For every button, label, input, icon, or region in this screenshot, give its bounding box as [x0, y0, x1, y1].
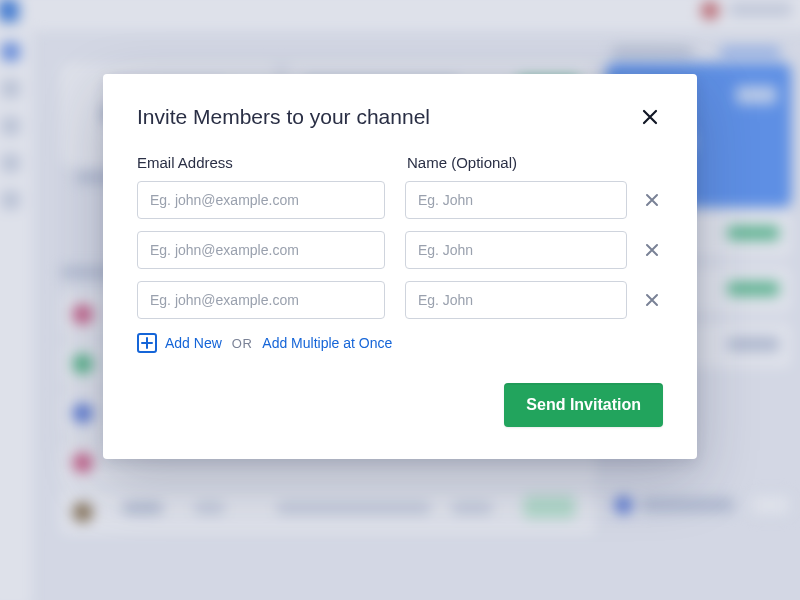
invite-row [137, 231, 663, 269]
remove-row-button[interactable] [641, 239, 663, 261]
add-multiple-button[interactable]: Add Multiple at Once [262, 335, 392, 351]
close-icon [641, 108, 659, 126]
email-column-label: Email Address [137, 154, 387, 171]
invite-rows [137, 181, 663, 319]
plus-icon [137, 333, 157, 353]
or-separator: OR [232, 336, 253, 351]
invite-members-modal: Invite Members to your channel Email Add… [103, 74, 697, 459]
email-input[interactable] [137, 181, 385, 219]
name-input[interactable] [405, 181, 627, 219]
email-input[interactable] [137, 231, 385, 269]
modal-title: Invite Members to your channel [137, 105, 430, 129]
close-icon [645, 193, 659, 207]
add-new-label: Add New [165, 335, 222, 351]
invite-row [137, 181, 663, 219]
name-input[interactable] [405, 281, 627, 319]
email-input[interactable] [137, 281, 385, 319]
remove-row-button[interactable] [641, 189, 663, 211]
invite-row [137, 281, 663, 319]
name-input[interactable] [405, 231, 627, 269]
modal-close-button[interactable] [637, 104, 663, 130]
close-icon [645, 243, 659, 257]
remove-row-button[interactable] [641, 289, 663, 311]
send-invitation-button[interactable]: Send Invitation [504, 383, 663, 427]
name-column-label: Name (Optional) [407, 154, 631, 171]
add-new-row-button[interactable]: Add New [137, 333, 222, 353]
close-icon [645, 293, 659, 307]
